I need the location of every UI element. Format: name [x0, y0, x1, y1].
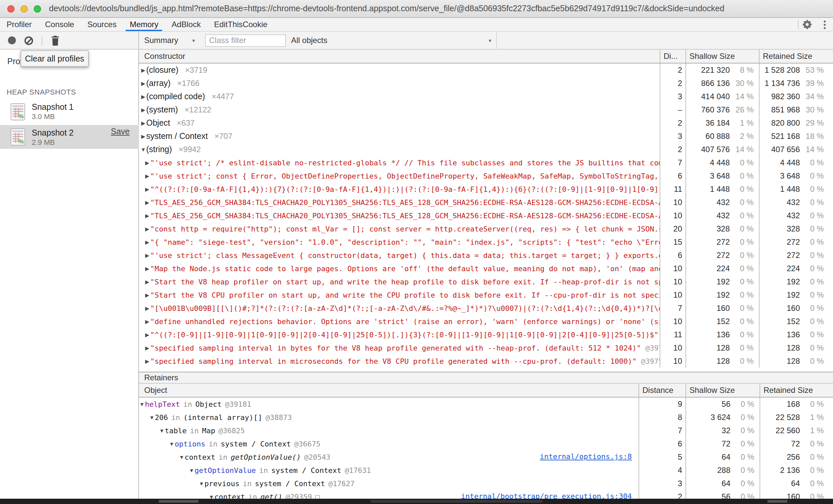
- column-header-distance[interactable]: Di...: [660, 50, 686, 63]
- retainer-row[interactable]: ▼206in(internal array)[]@3887383 6240 %2…: [139, 411, 833, 424]
- disclosure-triangle-icon[interactable]: ▶: [144, 160, 150, 166]
- disclosure-triangle-icon[interactable]: ▶: [140, 107, 146, 113]
- sidebar-item-snapshot-2[interactable]: % Snapshot 2 2.9 MB Save: [0, 125, 139, 149]
- string-instance-row[interactable]: ▶"specified sampling interval in microse…: [139, 355, 833, 368]
- string-instance-row[interactable]: ▶"'use strict'; class MessageEvent { con…: [139, 249, 833, 262]
- column-header-object[interactable]: Object: [139, 386, 639, 395]
- string-instance-row[interactable]: ▶"TLS_AES_256_GCM_SHA384:TLS_CHACHA20_PO…: [139, 196, 833, 209]
- retainer-row[interactable]: ▼tableinMap@368257320 %22 5601 %: [139, 424, 833, 437]
- disclosure-triangle-icon[interactable]: ▼: [140, 146, 146, 152]
- column-header-constructor[interactable]: Constructor: [139, 52, 660, 61]
- snapshot-icon: %: [10, 103, 25, 120]
- cell-retained-size: 2 1360 %: [760, 464, 833, 477]
- tab-adblock[interactable]: AdBlock: [165, 18, 208, 31]
- shallow-percent: 14 %: [730, 145, 754, 154]
- gear-icon[interactable]: [799, 18, 816, 31]
- perspective-select[interactable]: Summary ▼: [144, 36, 196, 45]
- string-instance-row[interactable]: ▶"specified sampling interval in bytes f…: [139, 341, 833, 355]
- string-instance-row[interactable]: ▶"Start the V8 heap profiler on start up…: [139, 275, 833, 288]
- string-instance-row[interactable]: ▶"Map the Node.js static code to large p…: [139, 262, 833, 275]
- base-select[interactable]: All objects ▼: [291, 36, 496, 45]
- retained-percent: 0 %: [800, 290, 824, 299]
- save-snapshot-link[interactable]: Save: [111, 127, 130, 136]
- disclosure-triangle-icon[interactable]: ▶: [144, 239, 150, 245]
- disclosure-triangle-icon[interactable]: ▼: [139, 401, 145, 407]
- source-location-link[interactable]: internal/options.js:8: [536, 452, 632, 461]
- string-instance-row[interactable]: ▶"[\u001B\u009B][[\]()#;?]*(?:(?:(?:[a-z…: [139, 302, 833, 315]
- kebab-menu-icon[interactable]: [816, 18, 833, 31]
- class-filter-input[interactable]: [205, 34, 286, 47]
- disclosure-triangle-icon[interactable]: ▶: [144, 266, 150, 271]
- tab-memory[interactable]: Memory: [123, 18, 165, 31]
- constructor-row[interactable]: ▶(compiled code)×44773414 04014 %982 360…: [139, 90, 833, 103]
- minimize-window-button[interactable]: [21, 5, 28, 12]
- disclosure-triangle-icon[interactable]: ▶: [144, 199, 150, 206]
- column-header-shallow-size[interactable]: Shallow Size: [686, 50, 759, 63]
- string-instance-row[interactable]: ▶"^((?:[0-9]|[1-9][0-9]|1[0-9][0-9]|2[0-…: [139, 328, 833, 341]
- disclosure-triangle-icon[interactable]: ▼: [178, 454, 185, 460]
- disclosure-triangle-icon[interactable]: ▶: [144, 305, 150, 311]
- disclosure-triangle-icon[interactable]: ▶: [144, 186, 150, 192]
- constructor-row[interactable]: ▶(system)×12122–760 37626 %851 96830 %: [139, 103, 833, 116]
- cell-shallow-size: 1920 %: [686, 288, 759, 302]
- retainer-row[interactable]: ▼optionsinsystem / Context@366756720 %72…: [139, 437, 833, 451]
- string-instance-row[interactable]: ▶"'use strict'; /* eslint-disable no-res…: [139, 156, 833, 169]
- record-heap-icon[interactable]: [8, 37, 16, 44]
- disclosure-triangle-icon[interactable]: ▶: [140, 133, 146, 139]
- tab-console[interactable]: Console: [39, 18, 81, 31]
- trash-icon[interactable]: [51, 35, 60, 45]
- disclosure-triangle-icon[interactable]: ▶: [140, 120, 146, 126]
- object-id: @39181: [225, 400, 252, 408]
- retainer-row[interactable]: ▼getOptionValueinsystem / Context@176314…: [139, 464, 833, 477]
- retainer-row[interactable]: ▼previousinsystem / Context@176273640 %6…: [139, 477, 833, 490]
- string-instance-row[interactable]: ▶"TLS_AES_256_GCM_SHA384:TLS_CHACHA20_PO…: [139, 209, 833, 222]
- string-instance-row[interactable]: ▶"^((?:(?:[0-9a-fA-F]{1,4}):){7}(?:(?:[0…: [139, 183, 833, 196]
- disclosure-triangle-icon[interactable]: ▶: [144, 358, 150, 364]
- tab-sources[interactable]: Sources: [81, 18, 123, 31]
- string-instance-row[interactable]: ▶"const http = require("http"); const ml…: [139, 222, 833, 236]
- column-header-distance[interactable]: Distance: [639, 384, 686, 397]
- string-instance-row[interactable]: ▶"Start the V8 CPU profiler on start up,…: [139, 288, 833, 302]
- disclosure-triangle-icon[interactable]: ▶: [144, 279, 150, 285]
- constructor-row[interactable]: ▼(string)×99422407 57614 %407 65614 %: [139, 143, 833, 156]
- disclosure-triangle-icon[interactable]: ▶: [144, 345, 150, 351]
- constructor-row[interactable]: ▶system / Context×707360 8882 %521 16818…: [139, 130, 833, 143]
- disclosure-triangle-icon[interactable]: ▶: [144, 318, 150, 325]
- column-header-retained-size[interactable]: Retained Size: [760, 384, 833, 397]
- string-instance-row[interactable]: ▶"'use strict'; const { Error, ObjectDef…: [139, 169, 833, 183]
- retainer-row[interactable]: ▼helpTextinObject@391819560 %1680 %: [139, 398, 833, 411]
- shallow-value: 64: [686, 479, 731, 488]
- disclosure-triangle-icon[interactable]: ▶: [144, 252, 150, 258]
- disclosure-triangle-icon[interactable]: ▶: [144, 226, 150, 232]
- disclosure-triangle-icon[interactable]: ▶: [144, 173, 150, 179]
- disclosure-triangle-icon[interactable]: ▼: [149, 414, 155, 420]
- retained-value: 192: [760, 277, 800, 286]
- string-instance-row[interactable]: ▶"define unhandled rejections behavior. …: [139, 315, 833, 328]
- disclosure-triangle-icon[interactable]: ▶: [140, 80, 146, 86]
- constructor-row[interactable]: ▶Object×637236 1841 %820 80029 %: [139, 116, 833, 130]
- shallow-percent: 0 %: [731, 452, 754, 462]
- clear-profiles-icon[interactable]: [24, 36, 33, 45]
- zoom-window-button[interactable]: [34, 5, 41, 12]
- sidebar-item-snapshot-1[interactable]: % Snapshot 1 3.0 MB: [0, 100, 139, 123]
- disclosure-triangle-icon[interactable]: ▼: [189, 467, 194, 473]
- disclosure-triangle-icon[interactable]: ▶: [144, 332, 150, 338]
- object-id: @36675: [294, 439, 320, 448]
- disclosure-triangle-icon[interactable]: ▶: [140, 94, 146, 99]
- disclosure-triangle-icon[interactable]: ▶: [144, 292, 150, 298]
- retainer-row[interactable]: ▼contextingetOptionValue()@20543internal…: [139, 451, 833, 464]
- close-window-button[interactable]: [7, 5, 15, 12]
- column-header-shallow-size[interactable]: Shallow Size: [686, 384, 760, 397]
- disclosure-triangle-icon[interactable]: ▼: [169, 441, 175, 447]
- tab-profiler[interactable]: Profiler: [0, 18, 39, 31]
- disclosure-triangle-icon[interactable]: ▶: [140, 67, 146, 73]
- constructor-row[interactable]: ▶(array)×17662866 13630 %1 134 73639 %: [139, 77, 833, 90]
- string-instance-row[interactable]: ▶"{ "name": "siege-test", "version": "1.…: [139, 236, 833, 249]
- cell-retained-size: 1520 %: [759, 315, 833, 328]
- constructor-row[interactable]: ▶(closure)×37192221 3208 %1 528 20853 %: [139, 64, 833, 77]
- tab-editthiscookie[interactable]: EditThisCookie: [208, 18, 274, 31]
- disclosure-triangle-icon[interactable]: ▼: [198, 481, 205, 486]
- disclosure-triangle-icon[interactable]: ▼: [159, 428, 165, 434]
- column-header-retained-size[interactable]: Retained Size: [759, 50, 833, 63]
- disclosure-triangle-icon[interactable]: ▶: [144, 213, 150, 219]
